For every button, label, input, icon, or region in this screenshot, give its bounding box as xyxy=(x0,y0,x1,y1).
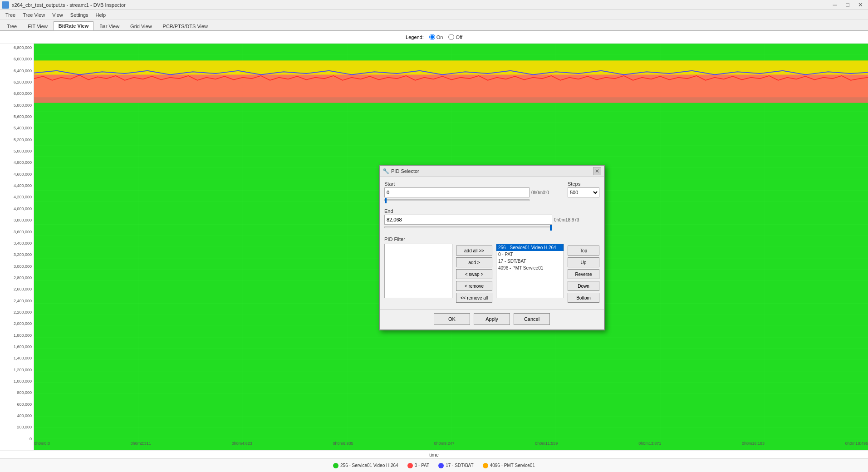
menu-settings[interactable]: Settings xyxy=(67,11,92,19)
legend-off-label: Off xyxy=(456,34,462,40)
list-item-17[interactable]: 17 - SDT/BAT xyxy=(496,258,564,265)
pid-footer: OK Apply Cancel xyxy=(380,309,604,329)
tab-pcr[interactable]: PCR/PTS/DTS View xyxy=(158,22,213,30)
remove-button[interactable]: < remove xyxy=(456,281,492,291)
legend-label-4096: 4096 - PMT Service01 xyxy=(490,463,535,468)
legend-dot-17 xyxy=(438,463,444,468)
y-tick: 1,000,000 xyxy=(2,379,33,384)
pid-filter-label: PID Filter xyxy=(384,236,599,242)
y-tick: 3,400,000 xyxy=(2,241,33,246)
tab-bitrate[interactable]: BitRate View xyxy=(54,21,93,30)
legend-entry-17: 17 - SDT/BAT xyxy=(438,463,474,468)
title-bar: x264_cbr_test_output.ts - stream:1 - DVB… xyxy=(0,0,868,10)
x-axis-label-row: time xyxy=(0,450,868,458)
end-field-group: End 0h0m18:973 xyxy=(384,208,599,233)
end-label: End xyxy=(384,208,599,214)
top-button[interactable]: Top xyxy=(568,246,599,256)
start-input-row: 0h0m0:0 xyxy=(384,187,564,197)
middle-buttons: add all >> add > < swap > < remove << re… xyxy=(456,244,492,303)
right-list[interactable]: 256 - Service01 Video H.264 0 - PAT 17 -… xyxy=(496,244,564,298)
window-title: x264_cbr_test_output.ts - stream:1 - DVB… xyxy=(12,2,126,8)
legend-label: Legend: xyxy=(406,34,424,40)
close-button[interactable]: ✕ xyxy=(854,0,866,10)
app-icon xyxy=(2,1,9,9)
maximize-button[interactable]: □ xyxy=(842,0,853,10)
legend-off-input[interactable] xyxy=(448,34,454,40)
y-tick: 2,400,000 xyxy=(2,299,33,303)
legend-bar: Legend: On Off xyxy=(0,31,868,44)
legend-dot-256 xyxy=(333,463,338,468)
up-button[interactable]: Up xyxy=(568,257,599,267)
x-tick: 0h0m18:495 xyxy=(845,441,868,450)
y-tick: 2,800,000 xyxy=(2,275,33,280)
tab-grid[interactable]: Grid View xyxy=(125,22,157,30)
legend-on-radio[interactable]: On xyxy=(429,34,443,40)
y-tick: 6,000,000 xyxy=(2,91,33,96)
y-tick: 1,200,000 xyxy=(2,368,33,372)
remove-all-button[interactable]: << remove all xyxy=(456,293,492,303)
left-list[interactable] xyxy=(384,244,452,298)
pid-dialog-title-bar[interactable]: 🔧 PID Selector ✕ xyxy=(380,166,604,177)
tab-bar[interactable]: Bar View xyxy=(94,22,124,30)
legend-dot-4096 xyxy=(483,463,488,468)
tab-eit[interactable]: EIT View xyxy=(23,22,53,30)
add-all-button[interactable]: add all >> xyxy=(456,246,492,256)
y-tick: 6,400,000 xyxy=(2,69,33,73)
y-tick: 0 xyxy=(2,437,33,441)
x-tick: 0h0m11:559 xyxy=(535,441,558,450)
y-tick: 1,600,000 xyxy=(2,344,33,349)
menu-help[interactable]: Help xyxy=(92,11,110,19)
order-buttons: Top Up Reverse Down Bottom xyxy=(568,244,599,303)
main-area: Legend: On Off bitrate 6,800,000 6,600,0… xyxy=(0,31,868,472)
apply-button[interactable]: Apply xyxy=(474,313,510,325)
end-slider-track xyxy=(384,226,552,228)
y-tick: 400,000 xyxy=(2,413,33,418)
legend-off-radio[interactable]: Off xyxy=(448,34,462,40)
minimize-button[interactable]: ─ xyxy=(829,0,841,10)
x-tick: 0h0m2:311 xyxy=(131,441,151,450)
y-tick: 5,600,000 xyxy=(2,114,33,119)
start-time-label: 0h0m0:0 xyxy=(531,190,549,195)
y-tick: 3,000,000 xyxy=(2,264,33,269)
legend-on-label: On xyxy=(436,34,443,40)
steps-select[interactable]: 100 200 500 1000 2000 xyxy=(568,187,599,197)
down-button[interactable]: Down xyxy=(568,281,599,291)
swap-button[interactable]: < swap > xyxy=(456,269,492,279)
y-tick: 2,200,000 xyxy=(2,310,33,315)
y-tick: 1,800,000 xyxy=(2,333,33,338)
end-slider-thumb xyxy=(550,225,552,231)
pid-close-button[interactable]: ✕ xyxy=(593,167,601,175)
y-tick: 1,400,000 xyxy=(2,356,33,360)
bottom-legend: 256 - Service01 Video H.264 0 - PAT 17 -… xyxy=(0,458,868,472)
pid-filter-body: add all >> add > < swap > < remove << re… xyxy=(384,244,599,303)
pid-body: Start 0h0m0:0 Steps xyxy=(380,177,604,307)
end-slider-container xyxy=(384,226,599,233)
y-tick: 4,200,000 xyxy=(2,195,33,199)
pid-filter-section: PID Filter add all >> add > < swap > < r… xyxy=(384,236,599,303)
end-input[interactable] xyxy=(384,215,552,225)
list-item-4096[interactable]: 4096 - PMT Service01 xyxy=(496,265,564,271)
legend-on-input[interactable] xyxy=(429,34,435,40)
y-tick: 5,400,000 xyxy=(2,126,33,130)
y-tick: 5,200,000 xyxy=(2,138,33,142)
tab-bar: Tree EIT View BitRate View Bar View Grid… xyxy=(0,20,868,31)
cancel-button[interactable]: Cancel xyxy=(514,313,550,325)
y-tick: 3,800,000 xyxy=(2,218,33,222)
menu-tree[interactable]: Tree xyxy=(2,11,19,19)
y-tick: 2,000,000 xyxy=(2,321,33,326)
list-item-256[interactable]: 256 - Service01 Video H.264 xyxy=(496,244,564,251)
start-slider-track xyxy=(384,199,530,201)
list-item-0[interactable]: 0 - PAT xyxy=(496,251,564,258)
menu-view[interactable]: View xyxy=(49,11,67,19)
title-bar-controls: ─ □ ✕ xyxy=(829,0,866,10)
ok-button[interactable]: OK xyxy=(434,313,470,325)
legend-entry-4096: 4096 - PMT Service01 xyxy=(483,463,535,468)
tab-tree[interactable]: Tree xyxy=(2,22,22,30)
add-button[interactable]: add > xyxy=(456,257,492,267)
reverse-button[interactable]: Reverse xyxy=(568,269,599,279)
y-tick: 5,800,000 xyxy=(2,103,33,108)
start-input[interactable] xyxy=(384,187,530,197)
bottom-button[interactable]: Bottom xyxy=(568,293,599,303)
legend-entry-0: 0 - PAT xyxy=(407,463,429,468)
menu-tree-view[interactable]: Tree View xyxy=(19,11,49,19)
